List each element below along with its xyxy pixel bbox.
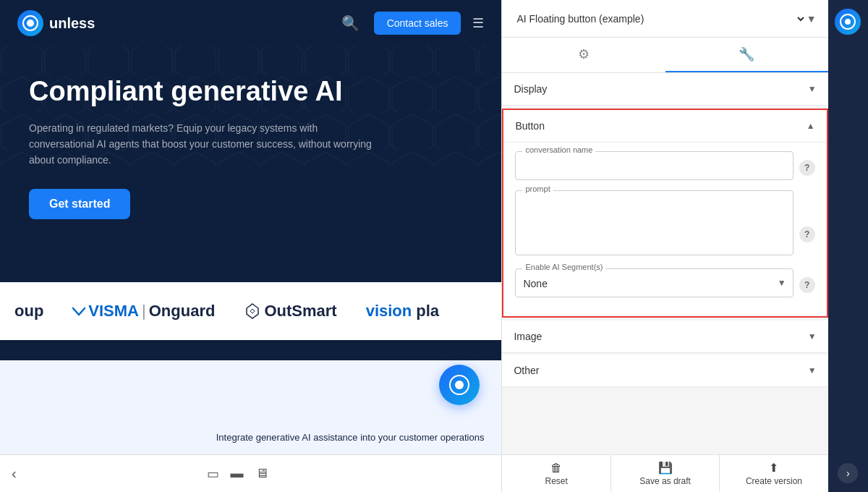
logo-visionpla: visionpla: [366, 302, 439, 321]
widget-dropdown[interactable]: AI Floating button (example): [514, 12, 806, 25]
button-section-header[interactable]: Button ▲: [503, 110, 826, 143]
other-label: Other: [514, 365, 539, 376]
hero-title: Compliant generative AI: [29, 75, 391, 109]
prompt-label: prompt: [522, 184, 553, 193]
nav-logo: unless: [17, 10, 95, 36]
display-label: Display: [514, 83, 547, 95]
prompt-help-icon[interactable]: ?: [799, 226, 815, 242]
image-label: Image: [514, 331, 542, 342]
other-chevron-icon: ▼: [808, 365, 817, 376]
prompt-field: prompt ?: [515, 190, 814, 258]
logo-icon: [17, 10, 43, 36]
save-draft-button[interactable]: 💾 Save as draft: [611, 455, 720, 492]
ai-segments-wrap: Enable AI Segment(s) None Segment A Segm…: [515, 268, 793, 297]
sidebar-expand-icon[interactable]: ›: [838, 463, 858, 483]
preview-area: unless 🔍 Contact sales ☰ Compliant gener…: [0, 0, 501, 492]
logo-text: unless: [49, 15, 95, 32]
conversation-name-wrap: conversation name: [515, 151, 793, 180]
reset-label: Reset: [545, 476, 567, 486]
image-section-header[interactable]: Image ▼: [502, 321, 827, 353]
bottom-text: Integrate generative AI assistance into …: [216, 432, 485, 443]
display-chevron-icon: ▼: [808, 84, 817, 94]
other-section: Other ▼: [502, 355, 827, 387]
ai-segments-field: Enable AI Segment(s) None Segment A Segm…: [515, 268, 814, 297]
ai-segments-help-icon[interactable]: ?: [799, 277, 815, 293]
device-icons: ▭ ▬ 🖥: [17, 466, 459, 482]
button-chevron-icon: ▲: [807, 121, 815, 131]
ai-segments-select[interactable]: None Segment A Segment B: [515, 268, 793, 297]
logo-visma: VISMA | Onguard: [72, 302, 215, 321]
tab-customize[interactable]: 🔧: [665, 38, 828, 72]
svg-point-1: [27, 20, 34, 27]
save-icon: 💾: [658, 461, 673, 475]
contact-sales-button[interactable]: Contact sales: [374, 12, 461, 35]
other-section-header[interactable]: Other ▼: [502, 355, 827, 387]
conversation-name-input[interactable]: [515, 151, 793, 180]
tablet-portrait-icon[interactable]: ▭: [207, 466, 219, 482]
desktop-icon[interactable]: 🖥: [255, 466, 268, 482]
tablet-landscape-icon[interactable]: ▬: [231, 466, 244, 482]
ai-segments-label: Enable AI Segment(s): [522, 263, 605, 271]
display-section: Display ▼: [502, 73, 827, 106]
prompt-input[interactable]: [515, 190, 793, 255]
svg-point-4: [455, 381, 464, 389]
back-arrow-icon[interactable]: ‹: [12, 465, 17, 482]
image-section: Image ▼: [502, 321, 827, 353]
svg-point-6: [845, 19, 851, 25]
button-label: Button: [515, 120, 544, 132]
logo-outsmart: OutSmart: [244, 302, 336, 321]
display-section-header[interactable]: Display ▼: [502, 73, 827, 106]
panel-footer: 🗑 Reset 💾 Save as draft ⬆ Create version: [502, 454, 827, 492]
reset-button[interactable]: 🗑 Reset: [502, 455, 610, 492]
svg-marker-2: [247, 304, 258, 318]
button-section: Button ▲ conversation name ? prompt: [502, 109, 827, 318]
gear-icon: ⚙: [578, 46, 590, 62]
create-version-icon: ⬆: [769, 461, 778, 475]
panel-content: Display ▼ Button ▲ conversation name ?: [502, 73, 827, 454]
dropdown-arrow-icon: ▼: [807, 13, 817, 25]
prompt-wrap: prompt: [515, 190, 793, 258]
conversation-name-help-icon[interactable]: ?: [799, 160, 815, 176]
reset-icon: 🗑: [550, 462, 562, 475]
create-version-button[interactable]: ⬆ Create version: [720, 455, 827, 492]
right-panel: AI Floating button (example) ▼ ⚙ 🔧 Displ…: [501, 0, 827, 492]
logos-container: oup VISMA | Onguard OutSmart visionpla: [0, 302, 454, 321]
save-draft-label: Save as draft: [639, 476, 691, 486]
far-right-sidebar: ›: [828, 0, 868, 492]
hero-subtitle: Operating in regulated markets? Equip yo…: [29, 120, 376, 169]
panel-tabs: ⚙ 🔧: [502, 38, 827, 73]
user-avatar[interactable]: [835, 9, 861, 35]
get-started-button[interactable]: Get started: [29, 189, 130, 219]
hero-section: Compliant generative AI Operating in reg…: [0, 46, 501, 241]
create-version-label: Create version: [746, 476, 802, 486]
search-icon[interactable]: 🔍: [341, 14, 359, 32]
wrench-icon: 🔧: [739, 46, 754, 62]
conversation-name-label: conversation name: [522, 145, 595, 154]
button-section-content: conversation name ? prompt ? E: [503, 143, 826, 316]
menu-icon[interactable]: ☰: [472, 15, 484, 31]
image-chevron-icon: ▼: [808, 331, 817, 342]
conversation-name-field: conversation name ?: [515, 151, 814, 180]
preview-navbar: unless 🔍 Contact sales ☰: [0, 0, 501, 46]
preview-bottom: Integrate generative AI assistance into …: [0, 360, 501, 454]
tab-settings[interactable]: ⚙: [502, 38, 665, 72]
logo-oup: oup: [14, 302, 43, 321]
widget-selector[interactable]: AI Floating button (example) ▼: [502, 0, 827, 38]
preview-bottom-nav: ‹ ▭ ▬ 🖥: [0, 454, 501, 492]
logos-strip: oup VISMA | Onguard OutSmart visionpla: [0, 282, 501, 340]
